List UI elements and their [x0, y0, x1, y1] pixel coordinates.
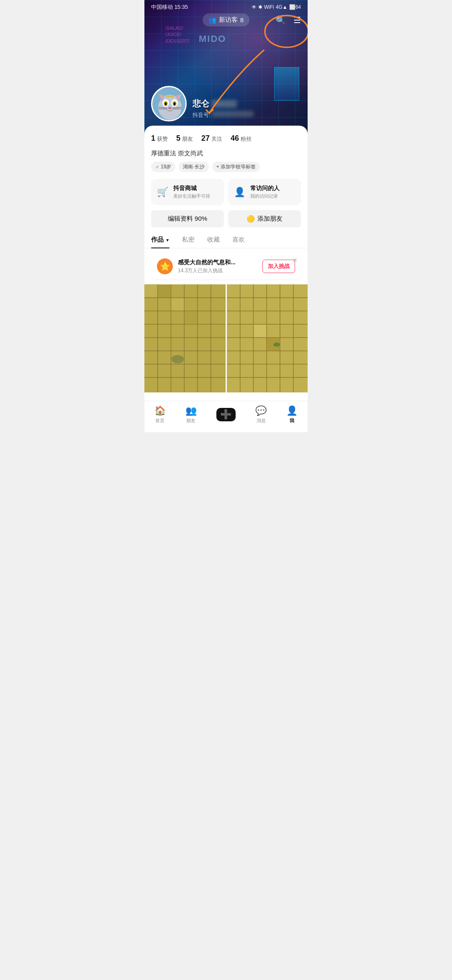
svg-rect-31 — [145, 285, 157, 297]
friends-icon: 👥 — [185, 405, 197, 416]
nav-home[interactable]: 🏠 首页 — [154, 405, 166, 424]
top-navigation: 👥 新访客 8 🔍 ☰ — [144, 13, 308, 26]
visitors-button[interactable]: 👥 新访客 8 — [203, 13, 249, 26]
shop-subtitle: 美好生活触手可得 — [173, 193, 210, 199]
nav-friends[interactable]: 👥 朋友 — [185, 405, 197, 424]
svg-rect-34 — [185, 312, 197, 324]
coin-icon: 🟡 — [247, 215, 255, 223]
tag-add-school[interactable]: + 添加学校等标签 — [212, 162, 260, 172]
svg-rect-32 — [158, 285, 171, 297]
profile-name: 悲仑 — [193, 98, 254, 109]
svg-rect-33 — [172, 298, 184, 311]
add-friend-label: 添加朋友 — [257, 215, 282, 223]
visitors-count: 8 — [240, 16, 244, 23]
nav-messages[interactable]: 💬 消息 — [255, 405, 267, 424]
challenge-close-icon[interactable]: ✕ — [293, 257, 298, 263]
video-thumb-1[interactable] — [144, 284, 226, 392]
id-blur — [212, 111, 254, 117]
cta-row: 编辑资料 90% 🟡 添加朋友 — [151, 210, 301, 227]
shop-icon: 🛒 — [157, 187, 168, 198]
svg-point-7 — [165, 102, 167, 106]
plus-icon: ➕ — [220, 409, 231, 420]
stat-following[interactable]: 27 关注 — [201, 134, 222, 143]
avatar[interactable] — [151, 86, 187, 121]
edit-profile-button[interactable]: 编辑资料 90% — [151, 210, 224, 227]
profile-info: 悲仑 抖音号: — [193, 98, 254, 121]
join-challenge-button[interactable]: 加入挑战 — [262, 260, 295, 273]
me-icon: 👤 — [286, 405, 298, 416]
nav-add[interactable]: ➕ — [216, 408, 236, 421]
stat-likes[interactable]: 1 获赞 — [151, 134, 168, 143]
nav-me[interactable]: 👤 我 — [286, 405, 298, 424]
gender-icon: ♂ — [155, 164, 159, 170]
profile-card: 1 获赞 5 朋友 27 关注 46 粉丝 厚德重法 崇文尚武 ♂ 19岁 — [144, 126, 308, 401]
tag-age-label: 19岁 — [161, 163, 171, 170]
hero-building-decoration — [274, 67, 299, 101]
profile-id: 抖音号: — [193, 111, 254, 119]
eye-icon: 👁 — [252, 4, 257, 10]
visitors-label: 新访客 — [219, 16, 238, 24]
tag-location[interactable]: 湖南·长沙 — [179, 162, 208, 172]
stat-friends[interactable]: 5 朋友 — [176, 134, 193, 143]
bluetooth-icon: ✱ — [258, 4, 262, 10]
friends-label: 朋友 — [186, 418, 195, 424]
battery-icon: ⬜64 — [289, 4, 301, 10]
bottom-nav: 🏠 首页 👥 朋友 ➕ 💬 消息 👤 我 — [144, 401, 308, 432]
tabs-row: 作品 ▼ 私密 收藏 喜欢 — [144, 236, 308, 248]
signal-icon: 4G▲ — [276, 4, 288, 10]
add-button[interactable]: ➕ — [216, 408, 236, 421]
home-label: 首页 — [155, 418, 164, 424]
status-bar: 中国移动 15:35 👁 ✱ WiFi 4G▲ ⬜64 — [144, 0, 308, 13]
visitors-tile[interactable]: 👤 常访问的人 我的访问记录 — [228, 179, 301, 205]
action-tiles: 🛒 抖音商城 美好生活触手可得 👤 常访问的人 我的访问记录 — [151, 179, 301, 205]
svg-rect-18 — [144, 284, 226, 392]
challenge-subtitle: 14.3万人已加入挑战 — [178, 267, 257, 274]
add-friend-button[interactable]: 🟡 添加朋友 — [228, 210, 301, 227]
visitors-title: 常访问的人 — [250, 185, 280, 192]
svg-rect-49 — [254, 325, 266, 337]
tab-likes[interactable]: 喜欢 — [232, 236, 245, 248]
visitors-icon: 👥 — [208, 16, 216, 24]
carrier-time: 中国移动 15:35 — [151, 3, 188, 11]
tab-private[interactable]: 私密 — [182, 236, 195, 248]
messages-icon: 💬 — [255, 405, 267, 416]
tag-location-label: 湖南·长沙 — [183, 163, 204, 170]
visitors-subtitle: 我的访问记录 — [250, 193, 280, 199]
bio-text: 厚德重法 崇文尚武 — [151, 150, 301, 157]
messages-label: 消息 — [257, 418, 266, 424]
profile-header: 悲仑 抖音号: — [151, 86, 254, 121]
challenge-icon: ⭐ — [157, 258, 173, 274]
wifi-icon: WiFi — [264, 4, 274, 10]
hero-text: MIDO — [199, 34, 226, 44]
tab-favorites[interactable]: 收藏 — [207, 236, 220, 248]
tab-arrow: ▼ — [165, 238, 170, 242]
name-blur — [212, 100, 237, 108]
tag-gender-age[interactable]: ♂ 19岁 — [151, 162, 175, 172]
svg-point-51 — [273, 343, 280, 347]
home-icon: 🏠 — [154, 405, 166, 416]
me-label: 我 — [290, 418, 294, 424]
tag-add-label: + 添加学校等标签 — [216, 164, 256, 170]
svg-point-13 — [168, 107, 172, 109]
svg-point-8 — [174, 102, 176, 106]
search-icon[interactable]: 🔍 — [275, 15, 286, 25]
challenge-title: 感受大自然的气息和... — [178, 259, 257, 266]
shop-tile[interactable]: 🛒 抖音商城 美好生活触手可得 — [151, 179, 224, 205]
video-thumb-2[interactable] — [227, 284, 308, 392]
challenge-banner: ⭐ 感受大自然的气息和... 14.3万人已加入挑战 加入挑战 ✕ — [151, 253, 301, 279]
video-grid — [144, 284, 308, 392]
stat-followers[interactable]: 46 粉丝 — [231, 134, 252, 143]
stats-row: 1 获赞 5 朋友 27 关注 46 粉丝 — [151, 134, 301, 143]
visitors-person-icon: 👤 — [234, 187, 245, 198]
svg-point-35 — [172, 355, 184, 364]
shop-title: 抖音商城 — [173, 185, 210, 192]
tags-row: ♂ 19岁 湖南·长沙 + 添加学校等标签 — [151, 162, 301, 172]
menu-icon[interactable]: ☰ — [293, 15, 301, 25]
tab-works[interactable]: 作品 ▼ — [151, 236, 170, 248]
